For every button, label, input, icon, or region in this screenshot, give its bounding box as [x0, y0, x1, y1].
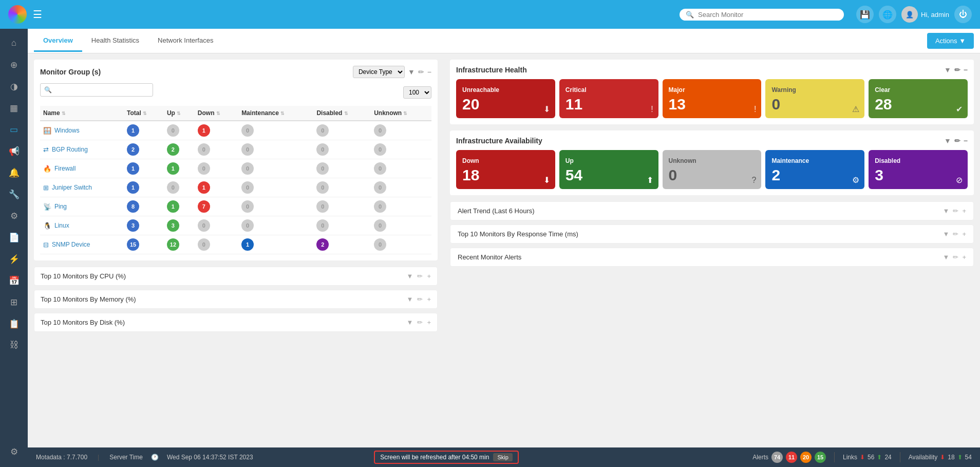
bottom-section-row[interactable]: Top 10 Monitors By Disk (%) ▼ ✏ + [34, 313, 438, 332]
main-content: Overview Health Statistics Network Inter… [28, 29, 980, 467]
plus-section-icon[interactable]: + [427, 319, 431, 326]
edit-avail-icon[interactable]: ✏ [954, 137, 960, 145]
filter-section-icon[interactable]: ▼ [407, 272, 413, 280]
minus-health-icon[interactable]: − [964, 66, 968, 74]
filter-select[interactable]: Device Type Location OS Type [353, 66, 405, 78]
sidebar-item-home[interactable]: ⌂ [3, 33, 25, 53]
sidebar-item-wrench[interactable]: 🔧 [3, 184, 25, 204]
health-card-warning[interactable]: Warning 0 ⚠ [765, 79, 864, 118]
minus-icon[interactable]: − [427, 68, 431, 76]
sidebar-item-lightning[interactable]: ⚡ [3, 249, 25, 269]
search-bar[interactable]: 🔍 [680, 9, 844, 21]
sidebar-item-gear[interactable]: ⚙ [3, 206, 25, 226]
monitor-link[interactable]: ⇄BGP Routing [43, 146, 121, 154]
filter-trend-icon[interactable]: ▼ [943, 207, 950, 215]
avail-card-down[interactable]: Down 18 ⬇ [456, 150, 555, 189]
health-card-critical[interactable]: Critical 11 ! [559, 79, 658, 118]
footer-links: Links ⬇ 56 ⬆ 24 [843, 454, 892, 461]
search-rows-row: 🔍 100 50 25 [40, 83, 431, 102]
hamburger-icon[interactable]: ☰ [33, 8, 42, 21]
bottom-section-row[interactable]: Top 10 Monitors By CPU (%) ▼ ✏ + [34, 267, 438, 286]
trend-row[interactable]: Top 10 Monitors By Response Time (ms) ▼ … [450, 225, 974, 244]
filter-section-icon[interactable]: ▼ [407, 319, 413, 326]
filter-avail-icon[interactable]: ▼ [944, 137, 951, 145]
edit-trend-icon[interactable]: ✏ [953, 230, 958, 238]
health-card-unreachable[interactable]: Unreachable 20 ⬇ [456, 79, 555, 118]
edit-health-icon[interactable]: ✏ [954, 66, 960, 74]
skip-button[interactable]: Skip [493, 453, 512, 461]
actions-button[interactable]: Actions ▼ [927, 33, 974, 49]
save-icon[interactable]: 💾 [856, 6, 874, 23]
health-card-major[interactable]: Major 13 ! [663, 79, 762, 118]
edit-trend-icon[interactable]: ✏ [953, 207, 958, 215]
monitor-link[interactable]: ⊟SNMP Device [43, 241, 121, 249]
avail-cards: Down 18 ⬇ Up 54 ⬆ Unknown 0 ? Maintenanc… [456, 150, 968, 189]
power-icon[interactable]: ⏻ [954, 6, 972, 23]
sidebar-item-grid[interactable]: ⊞ [3, 292, 25, 312]
card-icon: ✔ [956, 104, 963, 114]
trend-row[interactable]: Recent Monitor Alerts ▼ ✏ + [450, 248, 974, 267]
avail-card-up[interactable]: Up 54 ⬆ [559, 150, 658, 189]
plus-trend-icon[interactable]: + [962, 230, 966, 238]
section-icons: ▼ ✏ + [407, 319, 431, 326]
monitor-link[interactable]: 🪟Windows [43, 127, 121, 135]
sidebar-item-file[interactable]: 📄 [3, 227, 25, 248]
plus-section-icon[interactable]: + [427, 295, 431, 303]
avail-card-maintenance[interactable]: Maintenance 2 ⚙ [765, 150, 864, 189]
app-logo [8, 5, 27, 24]
sidebar-item-monitor[interactable]: ▭ [3, 119, 25, 140]
links-up-icon: ⬆ [877, 454, 882, 461]
monitor-link[interactable]: 🐧Linux [43, 222, 121, 230]
sidebar-item-search[interactable]: ⊕ [3, 54, 25, 75]
alert-badge-green: 15 [815, 452, 826, 463]
monitor-link[interactable]: ⊞Juniper Switch [43, 184, 121, 192]
sidebar-item-calendar[interactable]: 📅 [3, 270, 25, 291]
sidebar-item-bell[interactable]: 🔔 [3, 162, 25, 183]
sidebar-item-palette[interactable]: ◑ [3, 76, 25, 97]
plus-trend-icon[interactable]: + [962, 207, 966, 215]
sidebar-item-settings[interactable]: ⚙ [3, 441, 25, 462]
links-up-value: 24 [884, 454, 891, 461]
col-disabled: Disabled ⇅ [313, 106, 371, 121]
refresh-box: Screen will be refreshed after 04:50 min… [374, 451, 519, 464]
edit-section-icon[interactable]: ✏ [417, 295, 423, 303]
filter-icon[interactable]: ▼ [408, 68, 415, 76]
panel-controls: Device Type Location OS Type ▼ ✏ − [353, 66, 431, 78]
plus-trend-icon[interactable]: + [962, 253, 966, 261]
server-time-label: Server Time [109, 454, 143, 461]
tab-health-statistics[interactable]: Health Statistics [82, 30, 148, 52]
sidebar-item-megaphone[interactable]: 📢 [3, 141, 25, 161]
sidebar-item-document[interactable]: 📋 [3, 313, 25, 334]
edit-section-icon[interactable]: ✏ [417, 272, 423, 280]
avail-card-disabled[interactable]: Disabled 3 ⊘ [869, 150, 968, 189]
filter-health-icon[interactable]: ▼ [944, 66, 951, 74]
tab-network-interfaces[interactable]: Network Interfaces [148, 30, 222, 52]
card-value: 2 [771, 166, 858, 184]
rows-select[interactable]: 100 50 25 [403, 86, 431, 99]
health-card-clear[interactable]: Clear 28 ✔ [869, 79, 968, 118]
group-search-input[interactable] [40, 83, 153, 97]
avail-up-value: 54 [965, 454, 972, 461]
search-input[interactable] [698, 11, 838, 18]
trend-icons: ▼ ✏ + [943, 230, 966, 238]
filter-trend-icon[interactable]: ▼ [943, 253, 950, 261]
edit-section-icon[interactable]: ✏ [417, 319, 423, 326]
tab-overview[interactable]: Overview [34, 30, 82, 52]
edit-trend-icon[interactable]: ✏ [953, 253, 958, 261]
monitor-link[interactable]: 📡Ping [43, 203, 121, 211]
filter-section-icon[interactable]: ▼ [407, 295, 413, 303]
monitor-link[interactable]: 🔥Firewall [43, 165, 121, 173]
avail-card-unknown[interactable]: Unknown 0 ? [663, 150, 762, 189]
user-greeting: Hi, admin [921, 11, 949, 18]
plus-section-icon[interactable]: + [427, 272, 431, 280]
trend-row[interactable]: Alert Trend (Last 6 Hours) ▼ ✏ + [450, 201, 974, 220]
infra-health-section: Infrastructure Health ▼ ✏ − Unreachable … [450, 60, 974, 124]
bottom-section-row[interactable]: Top 10 Monitors By Memory (%) ▼ ✏ + [34, 290, 438, 309]
globe-icon[interactable]: 🌐 [879, 6, 896, 23]
filter-trend-icon[interactable]: ▼ [943, 230, 950, 238]
sidebar-item-integration[interactable]: ⛓ [3, 335, 25, 356]
sidebar-item-dashboard[interactable]: ▦ [3, 98, 25, 118]
minus-avail-icon[interactable]: − [964, 137, 968, 145]
edit-icon[interactable]: ✏ [418, 68, 424, 76]
section-icons: ▼ ✏ + [407, 295, 431, 303]
